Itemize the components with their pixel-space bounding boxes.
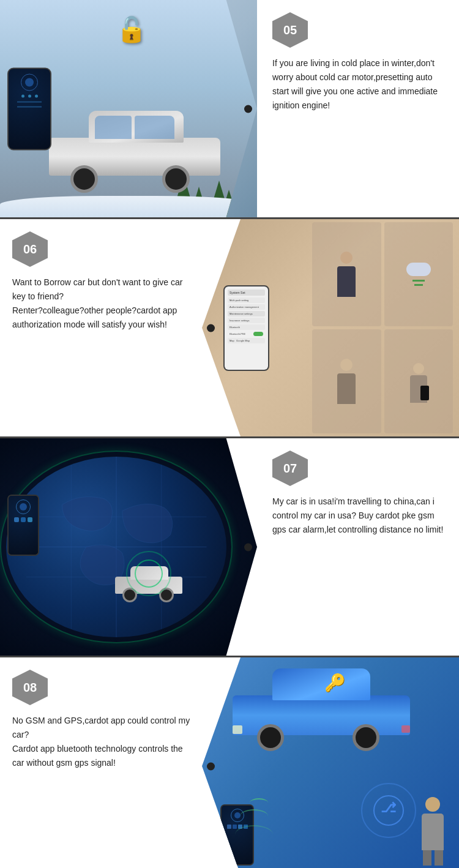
phone-device: [7, 67, 51, 150]
wifi-ring-2: [126, 551, 171, 596]
headlight-1: [233, 725, 242, 734]
bt-symbol: ⎇: [381, 800, 396, 816]
wheel-2: [162, 165, 190, 193]
section-7-text: 07 My car is in usa!i'm travelling to ch…: [257, 438, 459, 656]
section-6: 06 Want to Borrow car but don't want to …: [0, 219, 459, 436]
globe-car: [115, 571, 182, 601]
badge-8: 08: [12, 670, 48, 705]
taillight-1: [401, 725, 410, 733]
bt-signals: ⎇: [373, 795, 404, 826]
wifi-arc-3: [235, 825, 273, 844]
section-6-text: 06 Want to Borrow car but don't want to …: [0, 219, 202, 436]
person-card-2: [312, 329, 381, 433]
section-8-description: No GSM and GPS,cardot app could control …: [12, 714, 193, 770]
connector-dot-2: [207, 324, 215, 332]
person-card-1: [312, 222, 381, 326]
section-8-image: 🔑 ⎇: [202, 657, 459, 868]
section-5-image: 🔓: [0, 0, 257, 217]
menu-item-4: Insurance settings: [228, 318, 265, 323]
badge-7: 07: [272, 451, 308, 486]
section-7-image: [0, 438, 257, 656]
menu-item-5: Bluetooth: [228, 324, 265, 330]
lock-icon: 🔓: [116, 15, 147, 44]
section-7-description: My car is in usa!i'm travelling to china…: [272, 495, 450, 537]
people-grid: [312, 222, 453, 433]
phone-line-2: [17, 106, 42, 107]
signal-bar-2: [414, 284, 423, 286]
person-bt-body: [422, 814, 444, 850]
badge-number-6: 06: [23, 242, 37, 256]
car-group: [49, 132, 220, 193]
section-5-text: 05 If you are living in cold place in wi…: [257, 0, 459, 217]
wifi-arcs-bt: [245, 798, 273, 844]
app-icons: [12, 517, 34, 522]
cloud-wifi: [406, 263, 431, 286]
section-8-text: 08 No GSM and GPS,cardot app could contr…: [0, 657, 202, 868]
body-1: [337, 266, 356, 297]
window-1: [95, 116, 132, 139]
connector-dot-3: [244, 543, 252, 551]
wheel-bl-1: [257, 724, 284, 751]
section-8: 08 No GSM and GPS,cardot app could contr…: [0, 657, 459, 868]
section-6-description: Want to Borrow car but don't want to giv…: [12, 275, 193, 332]
wheel-1: [70, 165, 98, 193]
signal-bar-1: [412, 280, 425, 282]
dot-2: [28, 94, 31, 97]
globe-icon-inner: [20, 503, 27, 511]
window-2: [135, 116, 174, 139]
connector-dot-4: [207, 762, 215, 770]
phone-bt-icon-inner: [234, 812, 241, 818]
globe-phone-screen: [9, 496, 38, 555]
badge-number-8: 08: [23, 681, 37, 695]
phone-screen-2: System Set Multi-push setting Authorizat…: [225, 286, 268, 370]
car-icon-outer: [21, 73, 38, 91]
menu-item-7: Map Google Map: [228, 338, 265, 343]
snow-ground: [0, 196, 257, 217]
menu-item-2: Authorization management: [228, 304, 265, 310]
app-3: [28, 517, 32, 522]
person-phone: [420, 386, 429, 400]
bt-app-1: [227, 825, 231, 829]
globe-car-group: [115, 571, 182, 601]
leg-1: [423, 850, 431, 866]
head-1: [340, 252, 353, 264]
menu-item-1: Multi-push setting: [228, 297, 265, 303]
menu-title: System Set: [228, 290, 265, 296]
lock-red-icon: 🔑: [324, 673, 346, 693]
wifi-card-1: [384, 222, 453, 326]
section-5-description: If you are living in cold place in winte…: [272, 56, 450, 113]
body-2: [337, 373, 356, 404]
phone-line-1: [17, 101, 42, 102]
cloud-shape: [406, 263, 431, 276]
head-3: [413, 363, 424, 374]
blue-car-group: 🔑: [233, 673, 410, 752]
phone-hand-group: System Set Multi-push setting Authorizat…: [223, 285, 269, 371]
dot-1: [21, 94, 24, 97]
bt-app-2: [233, 825, 237, 829]
section-7: 07 My car is in usa!i'm travelling to ch…: [0, 438, 459, 656]
blue-car-top: [272, 668, 370, 700]
app-2: [21, 517, 26, 522]
globe-icon: [16, 499, 31, 514]
phone-hand-device: System Set Multi-push setting Authorizat…: [223, 285, 269, 371]
phone-screen: [9, 69, 50, 149]
badge-5: 05: [272, 12, 308, 48]
toggle-on: [253, 332, 263, 336]
person-card-3: [384, 329, 453, 433]
head-2: [340, 359, 353, 371]
badge-number-5: 05: [283, 23, 297, 37]
wifi-arc-1: [250, 798, 268, 807]
person-bt-legs: [423, 850, 443, 866]
badge-6: 06: [12, 231, 48, 267]
leg-2: [435, 850, 443, 866]
connector-dot: [244, 105, 252, 113]
section-6-image: System Set Multi-push setting Authorizat…: [202, 219, 459, 436]
person-bt: [422, 797, 444, 866]
app-1: [14, 517, 19, 522]
car-icon-inner: [25, 78, 34, 86]
phone-dots-row: [21, 94, 38, 97]
dot-3: [35, 94, 38, 97]
person-bt-head: [425, 797, 440, 812]
badge-number-7: 07: [283, 462, 297, 476]
globe-phone: [7, 495, 39, 556]
